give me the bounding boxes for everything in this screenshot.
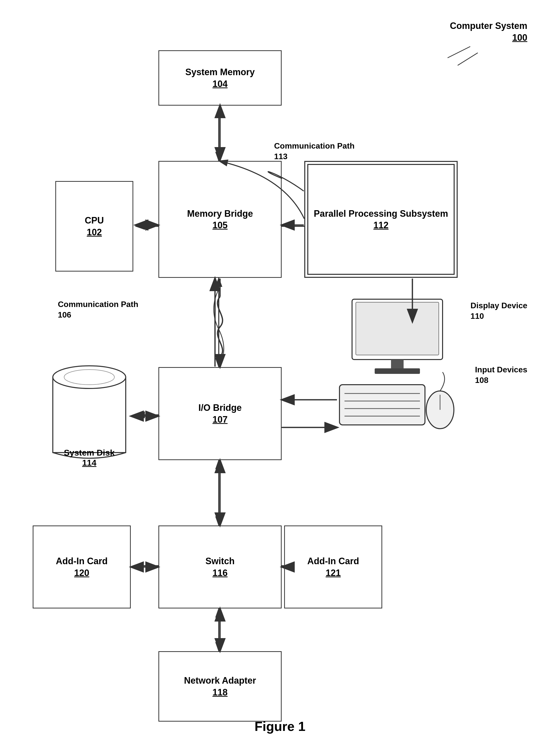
add-in-card-120-box: Add-In Card 120	[33, 526, 131, 608]
svg-line-14	[448, 46, 470, 58]
switch-box: Switch 116	[158, 526, 282, 608]
add-in-card-121-box: Add-In Card 121	[284, 526, 382, 608]
comm-path-113-label: Communication Path 113	[274, 141, 354, 162]
comm-path-106-label: Communication Path 106	[58, 299, 138, 320]
network-adapter-box: Network Adapter 118	[158, 651, 282, 722]
io-bridge-box: I/O Bridge 107	[158, 367, 282, 460]
computer-system-label: Computer System 100	[450, 20, 527, 44]
parallel-processing-box: Parallel Processing Subsystem 112	[304, 161, 458, 278]
display-device	[347, 297, 448, 380]
svg-rect-17	[356, 302, 439, 355]
cpu-box: CPU 102	[55, 181, 133, 272]
input-devices	[337, 370, 458, 440]
diagram: Computer System 100 System Memory 104 CP…	[0, 0, 560, 749]
svg-rect-20	[340, 385, 425, 425]
input-devices-svg	[337, 370, 458, 440]
monitor-svg	[347, 297, 448, 380]
figure-label: Figure 1	[0, 719, 560, 734]
system-disk: System Disk 114	[48, 357, 131, 473]
input-devices-label: Input Devices 108	[475, 365, 527, 385]
system-memory-box: System Memory 104	[158, 50, 282, 106]
memory-bridge-box: Memory Bridge 105	[158, 161, 282, 278]
svg-point-28	[53, 366, 126, 388]
svg-rect-18	[391, 360, 404, 368]
display-device-label: Display Device 110	[471, 300, 527, 321]
